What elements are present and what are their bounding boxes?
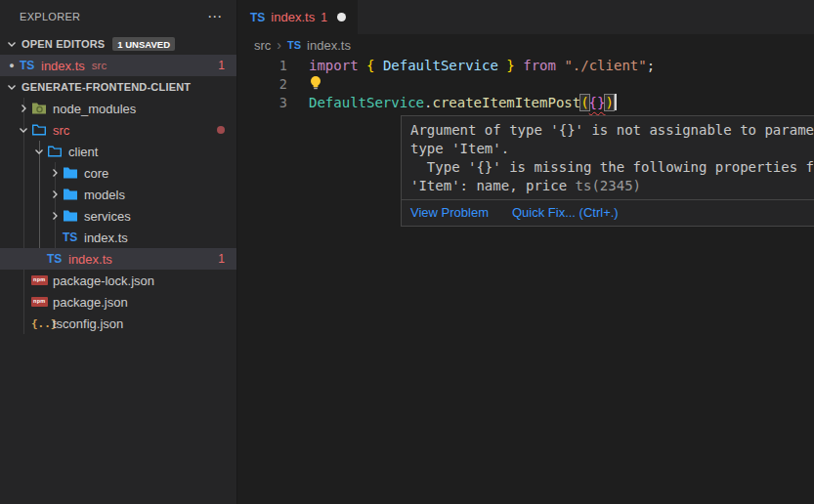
twisty-spacer xyxy=(31,251,47,267)
code-line-2[interactable]: 2 xyxy=(238,75,814,94)
npm-icon: npm xyxy=(31,275,53,285)
tree-item-tsconfig-json[interactable]: {..}tsconfig.json xyxy=(0,313,236,334)
breadcrumb-folder[interactable]: src xyxy=(254,38,271,53)
npm-icon: npm xyxy=(31,297,53,307)
project-name-label: GENERATE-FRONTEND-CLIENT xyxy=(21,81,191,93)
tree-item-label: src xyxy=(53,123,69,138)
tab-bar: TS index.ts 1 xyxy=(238,0,814,34)
modified-dot-icon: ● xyxy=(4,61,20,70)
tree-item-services[interactable]: services xyxy=(0,205,236,227)
tab-error-count: 1 xyxy=(321,11,327,24)
breadcrumb-file[interactable]: index.ts xyxy=(307,38,351,53)
open-editor-filename: index.ts xyxy=(41,59,85,73)
vscode-window: EXPLORER ⋯ OPEN EDITORS 1 UNSAVED ● TS i… xyxy=(0,0,814,504)
twisty-spacer xyxy=(47,230,63,245)
tree-item-label: node_modules xyxy=(53,102,136,116)
explorer-sidebar: EXPLORER ⋯ OPEN EDITORS 1 UNSAVED ● TS i… xyxy=(0,0,237,504)
chevron-down-icon[interactable] xyxy=(31,144,47,159)
file-tree: node_modulessrcclientcoremodelsservicesT… xyxy=(0,98,236,334)
folder-open-icon xyxy=(47,145,68,158)
error-count-badge: 1 xyxy=(218,252,225,266)
typescript-icon: TS xyxy=(20,59,41,72)
chevron-right-icon[interactable] xyxy=(47,187,63,202)
tree-item-index-ts[interactable]: TSindex.ts xyxy=(0,227,236,248)
tree-item-index-ts[interactable]: TSindex.ts1 xyxy=(0,248,236,270)
error-message-line: type 'Item'. xyxy=(410,140,814,158)
typescript-icon: TS xyxy=(287,39,301,51)
open-editors-section-header[interactable]: OPEN EDITORS 1 UNSAVED xyxy=(0,33,236,55)
typescript-icon: TS xyxy=(250,11,265,24)
lightbulb-icon[interactable] xyxy=(309,75,322,91)
error-message-line: 'Item': name, price ts(2345) xyxy=(410,177,814,195)
tree-item-label: models xyxy=(84,188,125,202)
unsaved-dot-icon[interactable] xyxy=(337,13,346,21)
chevron-right-icon: › xyxy=(277,37,281,53)
tree-item-node-modules[interactable]: node_modules xyxy=(0,98,236,119)
text-cursor xyxy=(615,94,617,110)
folder-open-icon xyxy=(31,123,53,137)
breadcrumb: src › TS index.ts xyxy=(238,34,814,56)
node-modules-folder-icon xyxy=(31,102,53,115)
twisty-spacer xyxy=(16,273,31,288)
view-problem-link[interactable]: View Problem xyxy=(410,205,489,220)
explorer-title: EXPLORER xyxy=(20,11,207,22)
json-braces-icon: {..} xyxy=(31,317,53,330)
chevron-down-icon[interactable] xyxy=(16,122,31,138)
folder-icon xyxy=(63,209,84,223)
folder-icon xyxy=(63,166,84,180)
tree-item-label: index.ts xyxy=(84,231,128,245)
tree-item-label: index.ts xyxy=(68,252,112,267)
typescript-icon: TS xyxy=(63,231,84,244)
hover-actions: View Problem Quick Fix... (Ctrl+.) xyxy=(402,199,814,226)
tree-item-core[interactable]: core xyxy=(0,162,236,184)
error-code-ref: ts(2345) xyxy=(576,178,641,193)
explorer-header: EXPLORER ⋯ xyxy=(0,0,236,33)
more-actions-icon[interactable]: ⋯ xyxy=(207,8,223,25)
chevron-right-icon[interactable] xyxy=(47,165,63,181)
tree-item-package-lock-json[interactable]: npmpackage-lock.json xyxy=(0,270,236,291)
open-editor-item-index-ts[interactable]: ● TS index.ts src 1 xyxy=(0,55,236,76)
tree-item-label: package-lock.json xyxy=(53,273,154,288)
chevron-down-icon[interactable] xyxy=(4,79,20,95)
twisty-spacer xyxy=(16,315,31,331)
quick-fix-link[interactable]: Quick Fix... (Ctrl+.) xyxy=(512,205,619,220)
unsaved-badge: 1 UNSAVED xyxy=(112,37,175,51)
line-number: 3 xyxy=(238,94,309,112)
chevron-down-icon[interactable] xyxy=(4,36,20,52)
tree-item-label: tsconfig.json xyxy=(53,316,123,331)
open-editors-label: OPEN EDITORS xyxy=(21,38,105,50)
tree-item-label: core xyxy=(84,166,108,181)
code-line-3[interactable]: 3DefaultService.createItemItemPost({}) xyxy=(238,94,814,112)
folder-icon xyxy=(63,188,84,201)
tree-item-package-json[interactable]: npmpackage.json xyxy=(0,291,236,313)
chevron-right-icon[interactable] xyxy=(47,208,63,224)
error-count-badge: 1 xyxy=(218,59,225,72)
tab-index-ts[interactable]: TS index.ts 1 xyxy=(238,0,358,34)
tree-item-label: services xyxy=(84,209,131,224)
code-line-1[interactable]: 1import { DefaultService } from "./clien… xyxy=(238,57,814,75)
line-number: 2 xyxy=(238,75,309,94)
tree-item-models[interactable]: models xyxy=(0,184,236,205)
code-editor[interactable]: 1import { DefaultService } from "./clien… xyxy=(238,56,814,112)
tab-filename: index.ts xyxy=(271,10,315,24)
error-message-line: Type '{}' is missing the following prope… xyxy=(410,158,814,177)
editor-area: TS index.ts 1 src › TS index.ts 1import … xyxy=(238,0,814,504)
tree-item-label: package.json xyxy=(53,295,128,310)
typescript-icon: TS xyxy=(47,252,68,266)
chevron-right-icon[interactable] xyxy=(16,101,31,116)
open-editor-description: src xyxy=(92,60,107,71)
error-dot-icon xyxy=(217,126,225,134)
twisty-spacer xyxy=(16,294,31,310)
line-number: 1 xyxy=(238,57,309,75)
tree-item-src[interactable]: src xyxy=(0,119,236,141)
project-section-header[interactable]: GENERATE-FRONTEND-CLIENT xyxy=(0,76,236,98)
error-hover-tooltip: Argument of type '{}' is not assignable … xyxy=(401,115,814,227)
tree-item-client[interactable]: client xyxy=(0,141,236,162)
error-message: Argument of type '{}' is not assignable … xyxy=(402,116,814,199)
error-message-line: Argument of type '{}' is not assignable … xyxy=(410,121,814,140)
tree-item-label: client xyxy=(68,145,98,159)
